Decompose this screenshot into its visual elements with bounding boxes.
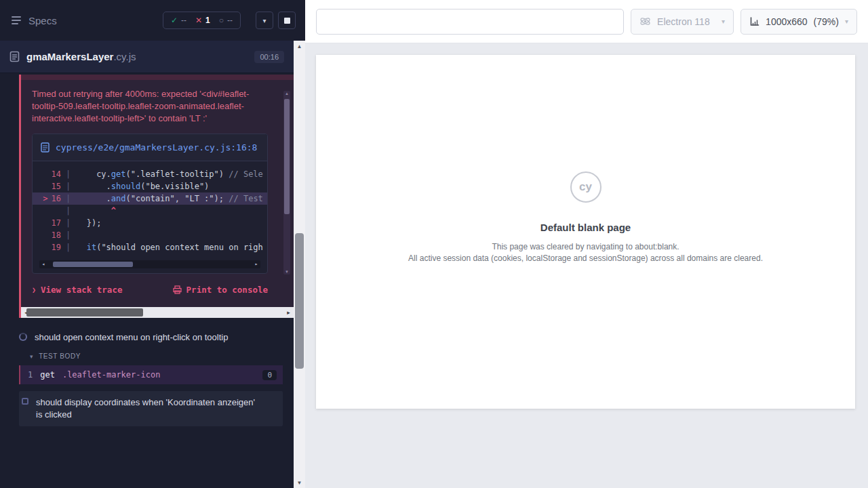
spec-name-base: gmaMarkersLayer	[26, 51, 113, 62]
stat-passed: ✓ --	[171, 16, 186, 25]
aut-background: cy Default blank page This page was clea…	[305, 43, 868, 488]
code-scrollbar-thumb[interactable]	[53, 262, 133, 267]
specs-menu-icon[interactable]	[11, 16, 22, 25]
aut-iframe[interactable]: cy Default blank page This page was clea…	[316, 55, 855, 409]
reporter-vertical-scrollbar[interactable]: ▲ ▼	[294, 41, 305, 488]
chevron-down-icon: ▾	[845, 18, 848, 25]
failed-attempt-block: Timed out retrying after 4000ms: expecte…	[19, 75, 294, 318]
passed-count: --	[181, 16, 186, 25]
collapse-button[interactable]: ▾	[256, 12, 273, 29]
scroll-up-icon[interactable]: ▲	[294, 41, 305, 52]
code-horizontal-scrollbar[interactable]: ◂ ▸	[39, 260, 260, 268]
command-message: .leaflet-marker-icon	[62, 370, 161, 380]
electron-browser-icon	[639, 16, 651, 27]
reporter-scroll-area: Timed out retrying after 4000ms: expecte…	[0, 73, 294, 488]
spec-duration-badge: 00:16	[254, 51, 284, 63]
scroll-right-icon[interactable]: ▸	[283, 307, 294, 318]
queued-test-icon	[22, 398, 28, 405]
error-scrollbar-thumb[interactable]	[284, 99, 290, 214]
scroll-right-icon[interactable]: ▸	[252, 260, 260, 268]
test-body-section[interactable]: ▾ TEST BODY	[0, 348, 294, 364]
specs-label[interactable]: Specs	[28, 15, 57, 26]
browser-selector[interactable]: Electron 118 ▾	[631, 9, 734, 35]
spec-header: gmaMarkersLayer.cy.js 00:16	[0, 41, 294, 73]
viewport-size: 1000x660	[766, 16, 808, 27]
test-stats: ✓ -- ✕ 1 ○ --	[163, 12, 241, 29]
test-title: should open context menu on right-click …	[35, 332, 228, 342]
scrollbar-thumb[interactable]	[295, 233, 304, 369]
attempt-horizontal-scrollbar[interactable]: ◂ ▸	[21, 307, 294, 318]
reporter-sidebar: Specs ✓ -- ✕ 1 ○ -- ▾	[0, 0, 305, 488]
command-number: 1	[28, 370, 33, 380]
header-buttons: ▾	[256, 12, 296, 29]
print-icon	[173, 285, 182, 294]
cypress-runner: Specs ✓ -- ✕ 1 ○ -- ▾	[0, 0, 868, 488]
reporter-panel: gmaMarkersLayer.cy.js 00:16 Timed out re…	[0, 41, 294, 488]
x-icon: ✕	[195, 16, 202, 25]
print-to-console-label: Print to console	[186, 285, 268, 295]
blank-page-line1: This page was cleared by navigating to a…	[492, 241, 679, 253]
stop-icon	[284, 18, 290, 24]
error-vertical-scrollbar[interactable]: ▲ ▼	[283, 91, 290, 274]
stat-pending: ○ --	[219, 16, 233, 25]
view-stack-trace-link[interactable]: ❯ View stack trace	[32, 285, 122, 295]
url-input[interactable]	[316, 9, 624, 35]
scroll-left-icon[interactable]: ◂	[39, 260, 47, 268]
spec-name[interactable]: gmaMarkersLayer.cy.js	[26, 51, 136, 62]
spec-file-icon	[9, 51, 20, 62]
blank-page-title: Default blank page	[540, 222, 631, 233]
cypress-logo-text: cy	[579, 180, 592, 194]
code-frame-file-link[interactable]: cypress/e2e/gmaMarkersLayer.cy.js:16:8	[33, 134, 267, 161]
code-lines: 14| cy.get(".leaflet-tooltip") // Sele15…	[33, 161, 267, 255]
pending-count: --	[227, 16, 233, 25]
failed-count: 1	[205, 16, 210, 25]
chevron-down-icon: ▾	[30, 353, 33, 360]
check-icon: ✓	[171, 16, 178, 25]
command-count-badge: 0	[262, 370, 277, 380]
reporter-header: Specs ✓ -- ✕ 1 ○ -- ▾	[0, 0, 305, 41]
viewport-selector[interactable]: 1000x660 (79%) ▾	[741, 9, 857, 35]
code-line: 14| cy.get(".leaflet-tooltip") // Sele	[33, 168, 267, 180]
command-log-entry[interactable]: 1 get .leaflet-marker-icon 0	[19, 365, 283, 384]
blank-page-message: cy Default blank page This page was clea…	[408, 171, 763, 264]
error-links: ❯ View stack trace Print to console	[32, 285, 268, 295]
reporter-body: gmaMarkersLayer.cy.js 00:16 Timed out re…	[0, 41, 305, 488]
code-line: | ^	[33, 205, 267, 217]
code-line: 17| });	[33, 217, 267, 229]
spec-name-ext: .cy.js	[113, 51, 136, 62]
chevron-down-icon: ▾	[722, 18, 725, 25]
scroll-down-icon[interactable]: ▼	[283, 270, 290, 274]
view-stack-trace-label: View stack trace	[41, 285, 122, 295]
url-toolbar: Electron 118 ▾ 1000x660 (79%) ▾	[305, 0, 868, 43]
aut-area: Electron 118 ▾ 1000x660 (79%) ▾ cy Defau…	[305, 0, 868, 488]
print-to-console-button[interactable]: Print to console	[173, 285, 268, 295]
attempt-top-strip	[21, 75, 294, 80]
file-icon	[41, 142, 50, 154]
file-location: cypress/e2e/gmaMarkersLayer.cy.js:16:8	[56, 141, 257, 154]
scrollbar-track[interactable]	[294, 52, 305, 477]
code-line: 18|	[33, 229, 267, 241]
test-body-label: TEST BODY	[39, 352, 81, 360]
code-frame: cypress/e2e/gmaMarkersLayer.cy.js:16:8 1…	[32, 134, 268, 274]
blank-page-line2: All active session data (cookies, localS…	[408, 253, 763, 264]
command-method: get	[40, 370, 55, 380]
viewport-zoom: (79%)	[814, 16, 839, 27]
test-title: should display coordinates when 'Koordin…	[36, 396, 261, 421]
error-line-marker: >	[43, 192, 51, 205]
running-spinner-icon	[19, 333, 27, 341]
error-panel: Timed out retrying after 4000ms: expecte…	[21, 80, 294, 307]
cypress-logo: cy	[570, 171, 601, 203]
chevron-down-icon: ▾	[262, 17, 266, 24]
scroll-down-icon[interactable]: ▼	[294, 477, 305, 488]
stat-failed: ✕ 1	[195, 16, 210, 25]
chevron-right-icon: ❯	[32, 286, 36, 293]
test-item-running[interactable]: should open context menu on right-click …	[0, 326, 294, 348]
test-item-queued[interactable]: should display coordinates when 'Koordin…	[19, 391, 283, 426]
code-line: >16| .and("contain", "LT :"); // Test	[33, 192, 267, 205]
attempt-scrollbar-thumb[interactable]	[26, 308, 143, 317]
code-line: 15| .should("be.visible")	[33, 180, 267, 192]
stop-button[interactable]	[278, 12, 296, 29]
error-message: Timed out retrying after 4000ms: expecte…	[32, 88, 271, 125]
viewport-icon	[749, 16, 760, 26]
scroll-up-icon[interactable]: ▲	[283, 92, 290, 96]
